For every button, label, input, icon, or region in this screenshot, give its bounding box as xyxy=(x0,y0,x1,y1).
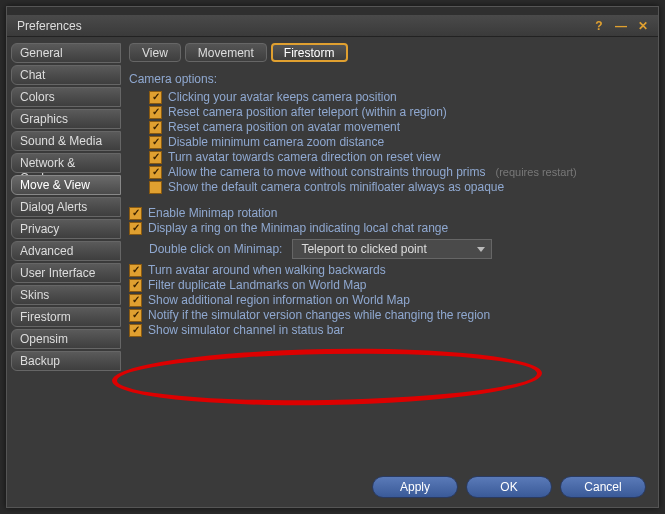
checkbox[interactable] xyxy=(129,294,142,307)
option-hint: (requires restart) xyxy=(495,166,576,178)
checkbox[interactable] xyxy=(129,207,142,220)
option-label: Display a ring on the Minimap indicating… xyxy=(148,221,448,235)
option-label: Show the default camera controls miniflo… xyxy=(168,180,504,194)
preferences-window: Preferences ? — ✕ GeneralChatColorsGraph… xyxy=(6,6,659,508)
close-icon[interactable]: ✕ xyxy=(636,19,650,33)
checkbox[interactable] xyxy=(129,279,142,292)
titlebar: Preferences ? — ✕ xyxy=(7,15,658,37)
option-label: Reset camera position on avatar movement xyxy=(168,120,400,134)
tab-firestorm[interactable]: Firestorm xyxy=(271,43,348,62)
cancel-button[interactable]: Cancel xyxy=(560,476,646,498)
minimap-options-top: Enable Minimap rotationDisplay a ring on… xyxy=(129,206,648,235)
checkbox[interactable] xyxy=(149,166,162,179)
dialog-footer: Apply OK Cancel xyxy=(7,467,658,507)
checkbox[interactable] xyxy=(129,222,142,235)
option-row: Show additional region information on Wo… xyxy=(129,293,648,307)
sidebar-item-opensim[interactable]: Opensim xyxy=(11,329,121,349)
sidebar-item-firestorm[interactable]: Firestorm xyxy=(11,307,121,327)
option-label: Turn avatar towards camera direction on … xyxy=(168,150,440,164)
double-click-minimap-dropdown[interactable]: Teleport to clicked point xyxy=(292,239,492,259)
sidebar-item-general[interactable]: General xyxy=(11,43,121,63)
checkbox[interactable] xyxy=(149,151,162,164)
sidebar-item-dialog-alerts[interactable]: Dialog Alerts xyxy=(11,197,121,217)
checkbox[interactable] xyxy=(149,91,162,104)
option-label: Turn avatar around when walking backward… xyxy=(148,263,386,277)
tab-movement[interactable]: Movement xyxy=(185,43,267,62)
tab-view[interactable]: View xyxy=(129,43,181,62)
option-label: Show additional region information on Wo… xyxy=(148,293,410,307)
option-label: Disable minimum camera zoom distance xyxy=(168,135,384,149)
checkbox[interactable] xyxy=(129,264,142,277)
option-label: Filter duplicate Landmarks on World Map xyxy=(148,278,367,292)
checkbox[interactable] xyxy=(149,106,162,119)
double-click-minimap-row: Double click on Minimap: Teleport to cli… xyxy=(129,239,648,259)
option-label: Notify if the simulator version changes … xyxy=(148,308,490,322)
option-label: Clicking your avatar keeps camera positi… xyxy=(168,90,397,104)
option-row: Reset camera position on avatar movement xyxy=(129,120,648,134)
checkbox[interactable] xyxy=(149,136,162,149)
checkbox[interactable] xyxy=(129,324,142,337)
sidebar-item-advanced[interactable]: Advanced xyxy=(11,241,121,261)
sidebar-item-user-interface[interactable]: User Interface xyxy=(11,263,121,283)
option-row: Show the default camera controls miniflo… xyxy=(129,180,648,194)
minimap-options-bottom: Turn avatar around when walking backward… xyxy=(129,263,648,337)
double-click-minimap-label: Double click on Minimap: xyxy=(149,242,282,256)
option-label: Show simulator channel in status bar xyxy=(148,323,344,337)
dropdown-value: Teleport to clicked point xyxy=(301,242,426,256)
option-row: Allow the camera to move without constra… xyxy=(129,165,648,179)
option-row: Disable minimum camera zoom distance xyxy=(129,135,648,149)
option-row: Show simulator channel in status bar xyxy=(129,323,648,337)
option-row: Turn avatar towards camera direction on … xyxy=(129,150,648,164)
option-label: Enable Minimap rotation xyxy=(148,206,277,220)
option-row: Reset camera position after teleport (wi… xyxy=(129,105,648,119)
option-label: Allow the camera to move without constra… xyxy=(168,165,485,179)
option-row: Turn avatar around when walking backward… xyxy=(129,263,648,277)
window-title: Preferences xyxy=(17,19,82,33)
dialog-body: GeneralChatColorsGraphicsSound & MediaNe… xyxy=(7,37,658,467)
sidebar-item-graphics[interactable]: Graphics xyxy=(11,109,121,129)
option-row: Notify if the simulator version changes … xyxy=(129,308,648,322)
content-panel: ViewMovementFirestorm Camera options: Cl… xyxy=(121,37,658,467)
option-label: Reset camera position after teleport (wi… xyxy=(168,105,447,119)
subtab-row: ViewMovementFirestorm xyxy=(129,43,648,62)
sidebar-item-backup[interactable]: Backup xyxy=(11,351,121,371)
ok-button[interactable]: OK xyxy=(466,476,552,498)
option-row: Filter duplicate Landmarks on World Map xyxy=(129,278,648,292)
checkbox[interactable] xyxy=(129,309,142,322)
sidebar-item-chat[interactable]: Chat xyxy=(11,65,121,85)
checkbox[interactable] xyxy=(149,121,162,134)
camera-options-list: Clicking your avatar keeps camera positi… xyxy=(129,90,648,194)
camera-options-heading: Camera options: xyxy=(129,72,648,86)
help-icon[interactable]: ? xyxy=(592,19,606,33)
sidebar-item-skins[interactable]: Skins xyxy=(11,285,121,305)
titlebar-controls: ? — ✕ xyxy=(592,19,658,33)
sidebar-item-network-cache[interactable]: Network & Cache xyxy=(11,153,121,173)
sidebar-item-privacy[interactable]: Privacy xyxy=(11,219,121,239)
category-sidebar: GeneralChatColorsGraphicsSound & MediaNe… xyxy=(7,37,121,467)
option-row: Display a ring on the Minimap indicating… xyxy=(129,221,648,235)
sidebar-item-move-view[interactable]: Move & View xyxy=(11,175,121,195)
minimize-icon[interactable]: — xyxy=(614,19,628,33)
sidebar-item-sound-media[interactable]: Sound & Media xyxy=(11,131,121,151)
option-row: Clicking your avatar keeps camera positi… xyxy=(129,90,648,104)
apply-button[interactable]: Apply xyxy=(372,476,458,498)
checkbox[interactable] xyxy=(149,181,162,194)
menubar-stub xyxy=(7,7,658,15)
sidebar-item-colors[interactable]: Colors xyxy=(11,87,121,107)
option-row: Enable Minimap rotation xyxy=(129,206,648,220)
